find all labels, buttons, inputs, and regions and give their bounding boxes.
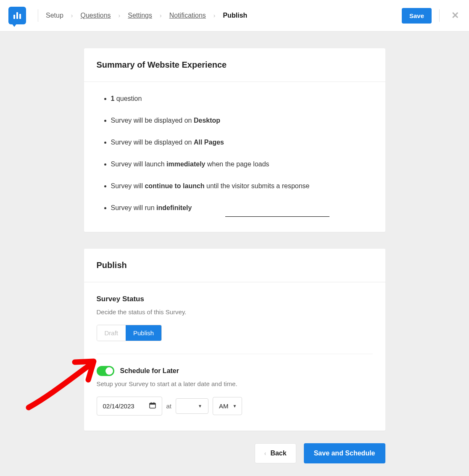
summary-card: Summary of Website Experience 1 question… xyxy=(84,48,385,232)
summary-list: 1 question Survey will be displayed on D… xyxy=(97,94,373,217)
underline-accent xyxy=(225,216,329,217)
chevron-right-icon: › xyxy=(71,12,73,19)
svg-rect-2 xyxy=(151,402,152,404)
draft-button[interactable]: Draft xyxy=(97,325,126,341)
summary-item-launch: Survey will launch immediately when the … xyxy=(111,159,373,169)
breadcrumb: Setup › Questions › Settings › Notificat… xyxy=(46,12,402,19)
chevron-right-icon: › xyxy=(160,12,162,19)
back-button[interactable]: ‹ Back xyxy=(255,443,296,463)
crumb-questions[interactable]: Questions xyxy=(80,12,111,19)
crumb-publish: Publish xyxy=(223,12,248,19)
close-icon[interactable]: ✕ xyxy=(450,10,461,21)
status-toggle-group: Draft Publish xyxy=(97,325,162,341)
save-button[interactable]: Save xyxy=(402,8,432,24)
svg-rect-1 xyxy=(150,403,155,405)
publish-title: Publish xyxy=(84,249,385,282)
ampm-value: AM xyxy=(219,402,229,410)
logo-bars-icon xyxy=(13,12,21,19)
back-label: Back xyxy=(270,450,286,457)
summary-item-pages: Survey will be displayed on All Pages xyxy=(111,137,373,147)
summary-item-run: Survey will run indefinitely xyxy=(111,203,373,217)
ampm-select[interactable]: AM ▼ xyxy=(213,397,242,415)
date-input[interactable]: 02/14/2023 xyxy=(97,397,162,416)
date-value: 02/14/2023 xyxy=(103,402,134,410)
chevron-down-icon: ▼ xyxy=(198,404,202,408)
footer-actions: ‹ Back Save and Schedule xyxy=(84,443,385,476)
divider xyxy=(439,9,440,22)
schedule-label: Schedule for Later xyxy=(120,367,179,375)
divider xyxy=(97,354,373,354)
divider xyxy=(38,9,38,22)
summary-title: Summary of Website Experience xyxy=(84,48,385,82)
calendar-icon xyxy=(149,402,156,410)
schedule-toggle[interactable] xyxy=(97,366,114,376)
svg-rect-3 xyxy=(153,402,154,404)
crumb-setup[interactable]: Setup xyxy=(46,12,63,19)
top-header: Setup › Questions › Settings › Notificat… xyxy=(0,0,469,32)
chevron-down-icon: ▼ xyxy=(233,404,237,408)
app-logo xyxy=(8,7,26,24)
summary-item-questions: 1 question xyxy=(111,94,373,104)
summary-item-continue: Survey will continue to launch until the… xyxy=(111,181,373,191)
publish-button[interactable]: Publish xyxy=(126,325,161,341)
schedule-desc: Setup your Survey to start at a later da… xyxy=(97,380,373,387)
summary-item-device: Survey will be displayed on Desktop xyxy=(111,116,373,126)
chevron-left-icon: ‹ xyxy=(264,450,266,457)
status-desc: Decide the status of this Survey. xyxy=(97,308,373,316)
crumb-notifications[interactable]: Notifications xyxy=(169,12,206,19)
crumb-settings[interactable]: Settings xyxy=(128,12,152,19)
time-select[interactable]: ▼ xyxy=(176,398,208,414)
publish-card: Publish Survey Status Decide the status … xyxy=(84,249,385,431)
chevron-right-icon: › xyxy=(119,12,121,19)
at-label: at xyxy=(166,402,172,410)
chevron-right-icon: › xyxy=(213,12,216,19)
status-title: Survey Status xyxy=(97,295,373,303)
save-and-schedule-button[interactable]: Save and Schedule xyxy=(304,443,385,463)
